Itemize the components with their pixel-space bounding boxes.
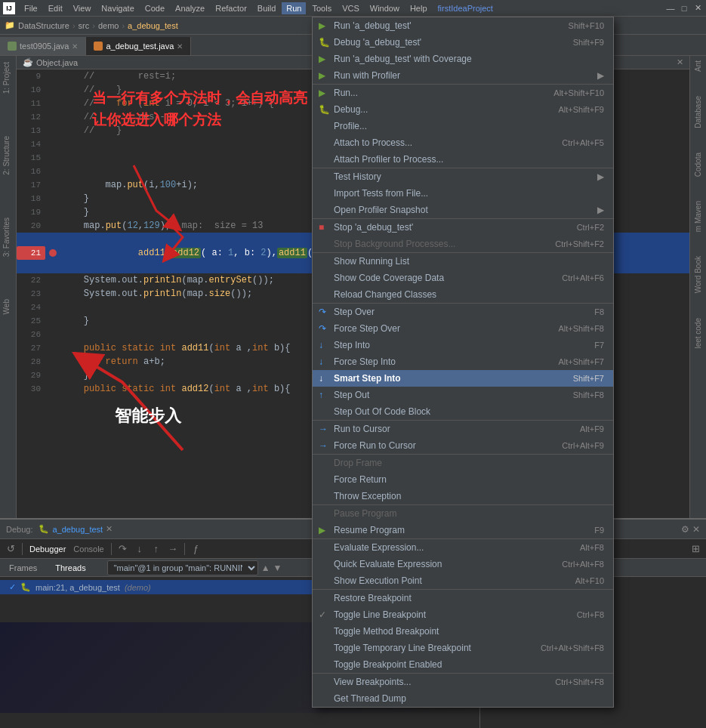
evaluate-button[interactable]: ƒ <box>189 541 204 557</box>
panel-maven[interactable]: m Maven <box>692 196 704 236</box>
menu-run-with-profiler[interactable]: ▶ Run with Profiler ▶ <box>313 67 613 84</box>
debug-session-tab[interactable]: 🐛 a_debug_test ✕ <box>39 524 113 534</box>
menu-build[interactable]: Build <box>253 2 280 14</box>
menu-refactor[interactable]: Refactor <box>211 2 251 14</box>
breadcrumb-datastructure[interactable]: DataStructure <box>18 21 69 30</box>
shortcut-label: Ctrl+Alt+Shift+F8 <box>541 643 604 652</box>
menu-throw-exception[interactable]: Throw Exception <box>313 488 613 504</box>
menu-resume-program[interactable]: ▶ Resume Program F9 <box>313 522 613 538</box>
object-panel-close[interactable]: ✕ <box>677 57 683 67</box>
app-container: IJ File Edit View Navigate Code Analyze … <box>0 0 706 728</box>
menu-attach-process[interactable]: Attach to Process... Ctrl+Alt+F5 <box>313 134 613 151</box>
menu-step-over[interactable]: ↷ Step Over F8 <box>313 304 613 320</box>
debug-label: Debug: <box>6 525 32 534</box>
menu-window[interactable]: Window <box>365 2 404 14</box>
menu-step-out[interactable]: ↑ Step Out Shift+F8 <box>313 387 613 403</box>
menu-run-adebugtest[interactable]: ▶ Run 'a_debug_test' Shift+F10 <box>313 17 613 34</box>
menu-vcs[interactable]: VCS <box>338 2 364 14</box>
gear-icon[interactable]: ⚙ <box>681 524 689 535</box>
menu-view-breakpoints[interactable]: View Breakpoints... Ctrl+Shift+F8 <box>313 674 613 690</box>
menu-force-step-into[interactable]: ↓ Force Step Into Alt+Shift+F7 <box>313 353 613 370</box>
sidebar-web[interactable]: Web <box>0 293 16 320</box>
menu-tools[interactable]: Tools <box>307 2 336 14</box>
sidebar-project[interactable]: 1: Project <box>0 56 16 100</box>
menu-run[interactable]: Run <box>282 2 306 14</box>
panel-wordbook[interactable]: Word Book <box>692 251 704 298</box>
threads-tab[interactable]: Threads <box>52 562 88 574</box>
menu-open-profiler-snapshot[interactable]: Open Profiler Snapshot ▶ <box>313 202 613 218</box>
step-out-button[interactable]: ↑ <box>149 541 164 557</box>
debug-session-close[interactable]: ✕ <box>106 524 113 534</box>
menu-run-dots[interactable]: ▶ Run... Alt+Shift+F10 <box>313 85 613 101</box>
menu-test-history[interactable]: Test History ▶ <box>313 168 613 185</box>
menu-quick-evaluate[interactable]: Quick Evaluate Expression Ctrl+Alt+F8 <box>313 556 613 572</box>
close-tab-adebugtest[interactable]: ✕ <box>177 42 183 51</box>
maximize-button[interactable]: □ <box>679 3 689 14</box>
menu-edit[interactable]: Edit <box>44 2 67 14</box>
close-tab-test0905[interactable]: ✕ <box>72 42 78 51</box>
menu-reload-changed-classes[interactable]: Reload Changed Classes <box>313 286 613 303</box>
panel-leetcode[interactable]: leet code <box>692 313 704 353</box>
step-over-button[interactable]: ↷ <box>116 541 131 557</box>
panel-codota[interactable]: Codota <box>692 148 704 181</box>
run-icon: ▶ <box>319 20 325 31</box>
thread-dropdown[interactable]: "main"@1 in group "main": RUNNING <box>107 560 258 575</box>
menu-step-into[interactable]: ↓ Step Into F7 <box>313 337 613 353</box>
menu-debug-adebugtest[interactable]: 🐛 Debug 'a_debug_test' Shift+F9 <box>313 34 613 51</box>
sidebar-structure[interactable]: 2: Structure <box>0 130 16 181</box>
tab-test0905[interactable]: test0905.java ✕ <box>0 37 86 55</box>
debug-tab-console[interactable]: Console <box>70 541 106 557</box>
step-into-button[interactable]: ↓ <box>132 541 147 557</box>
run-cursor-icon: → <box>319 424 328 434</box>
menu-show-execution-point[interactable]: Show Execution Point Alt+F10 <box>313 572 613 589</box>
thread-down-icon[interactable]: ▼ <box>273 563 282 573</box>
tab-adebugtest[interactable]: a_debug_test.java ✕ <box>86 37 191 55</box>
sidebar-favorites[interactable]: 3: Favorites <box>0 211 16 263</box>
debug-header-actions: ⚙ ✕ <box>681 524 700 535</box>
menu-toggle-temp-breakpoint[interactable]: Toggle Temporary Line Breakpoint Ctrl+Al… <box>313 640 613 656</box>
menu-evaluate-expression[interactable]: Evaluate Expression... Alt+F8 <box>313 539 613 556</box>
breadcrumb-adebugtest[interactable]: a_debug_test <box>128 21 178 30</box>
menu-attach-profiler-process[interactable]: Attach Profiler to Process... <box>313 151 613 168</box>
menu-toggle-method-breakpoint[interactable]: Toggle Method Breakpoint <box>313 623 613 640</box>
menu-help[interactable]: Help <box>405 2 432 14</box>
title-bar: IJ File Edit View Navigate Code Analyze … <box>0 0 706 17</box>
run-to-cursor-button[interactable]: → <box>165 541 180 557</box>
panel-database[interactable]: Database <box>692 91 704 133</box>
menu-code[interactable]: Code <box>140 2 169 14</box>
menu-force-return[interactable]: Force Return <box>313 471 613 488</box>
debug-tab-debugger[interactable]: Debugger <box>26 541 69 557</box>
menu-smart-step-into[interactable]: ↓ Smart Step Into Shift+F7 <box>313 370 613 387</box>
menu-force-run-to-cursor[interactable]: → Force Run to Cursor Ctrl+Alt+F9 <box>313 437 613 454</box>
thread-up-icon[interactable]: ▲ <box>261 563 270 573</box>
menu-toggle-line-breakpoint[interactable]: ✓ Toggle Line Breakpoint Ctrl+F8 <box>313 606 613 623</box>
menu-restore-breakpoint[interactable]: Restore Breakpoint <box>313 590 613 606</box>
menu-import-tests[interactable]: Import Tests from File... <box>313 185 613 202</box>
menu-run-with-coverage[interactable]: ▶ Run 'a_debug_test' with Coverage <box>313 51 613 67</box>
menu-debug-dots[interactable]: 🐛 Debug... Alt+Shift+F9 <box>313 101 613 118</box>
restart-button[interactable]: ↺ <box>3 541 18 557</box>
menu-profile-dots[interactable]: Profile... <box>313 118 613 134</box>
close-debug-icon[interactable]: ✕ <box>692 524 700 535</box>
menu-show-code-coverage[interactable]: Show Code Coverage Data Ctrl+Alt+F6 <box>313 270 613 286</box>
menu-analyze[interactable]: Analyze <box>171 2 209 14</box>
menu-step-out-code-block[interactable]: Step Out Of Code Block <box>313 403 613 420</box>
menu-view[interactable]: View <box>69 2 96 14</box>
restore-layout-icon[interactable]: ⊞ <box>688 541 703 557</box>
menu-toggle-breakpoint-enabled[interactable]: Toggle Breakpoint Enabled <box>313 656 613 673</box>
menu-force-step-over[interactable]: ↷ Force Step Over Alt+Shift+F8 <box>313 320 613 337</box>
close-button[interactable]: ✕ <box>692 3 703 14</box>
frames-tab[interactable]: Frames <box>6 562 40 574</box>
menu-stop-adebugtest[interactable]: ■ Stop 'a_debug_test' Ctrl+F2 <box>313 219 613 236</box>
breadcrumb-demo[interactable]: demo <box>98 21 119 30</box>
menu-get-thread-dump[interactable]: Get Thread Dump <box>313 690 613 707</box>
panel-ant[interactable]: Ant <box>692 56 704 76</box>
menu-run-to-cursor[interactable]: → Run to Cursor Alt+F9 <box>313 421 613 437</box>
menu-file[interactable]: File <box>20 2 42 14</box>
breakpoint-21[interactable] <box>49 249 57 257</box>
minimize-button[interactable]: — <box>665 3 676 14</box>
breadcrumb-src[interactable]: src <box>79 21 90 30</box>
menu-navigate[interactable]: Navigate <box>97 2 138 14</box>
menu-show-running-list[interactable]: Show Running List <box>313 253 613 270</box>
shortcut-label: Alt+Shift+F10 <box>553 88 604 97</box>
